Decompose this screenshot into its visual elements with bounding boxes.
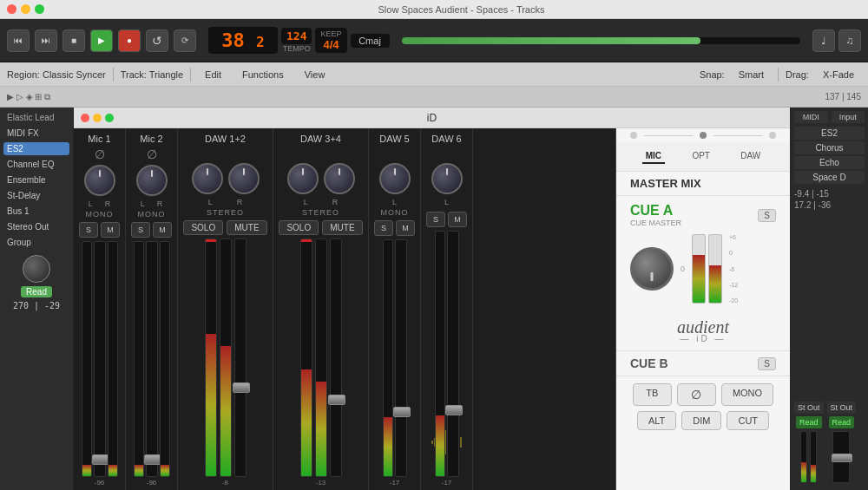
mic1-gain-knob[interactable] <box>84 165 115 196</box>
right-fader-area: St Out Read St Out Read <box>794 212 865 487</box>
read-button[interactable]: Read <box>21 286 52 297</box>
cut-button[interactable]: CUT <box>727 411 769 430</box>
loop-button[interactable]: ↺ <box>146 29 168 52</box>
es2-right-item[interactable]: ES2 <box>794 127 865 140</box>
daw12-mute-btn[interactable]: MUTE <box>227 220 266 235</box>
mic2-fader-handle[interactable] <box>144 454 161 465</box>
cycle-button[interactable]: ⟳ <box>174 29 196 52</box>
st-out-btn[interactable]: St Out <box>794 402 824 414</box>
tab-daw[interactable]: DAW <box>737 149 764 164</box>
tb-button[interactable]: TB <box>633 383 672 406</box>
fast-forward-button[interactable]: ⏭ <box>35 29 57 52</box>
daw6-mute-btn[interactable]: M <box>448 212 467 227</box>
daw5-solo-btn[interactable]: S <box>374 220 393 236</box>
daw5-gain-knob[interactable] <box>379 163 411 194</box>
stereo-out-item[interactable]: Stereo Out <box>3 220 69 233</box>
input-btn[interactable]: Input <box>832 111 865 123</box>
stop-button[interactable]: ■ <box>62 29 85 52</box>
daw5-fader-track[interactable] <box>395 239 407 477</box>
st-out2-btn[interactable]: St Out <box>827 402 857 414</box>
sidebar-knob[interactable] <box>23 255 50 283</box>
progress-bar[interactable] <box>402 37 801 44</box>
ensemble-item[interactable]: Ensemble <box>3 173 69 186</box>
right-fader-handle[interactable] <box>832 454 852 462</box>
mic1-solo-btn[interactable]: S <box>79 222 98 238</box>
daw6-fader-track[interactable] <box>447 231 459 477</box>
maximize-button[interactable] <box>35 4 44 14</box>
daw34-knob-l[interactable] <box>287 163 319 194</box>
phase-button[interactable]: ∅ <box>677 383 716 406</box>
functions-menu[interactable]: Functions <box>235 68 291 82</box>
rewind-button[interactable]: ⏮ <box>7 29 30 52</box>
daw34-knob-r[interactable] <box>324 163 355 194</box>
echo-item[interactable]: Echo <box>794 156 865 169</box>
play-button[interactable]: ▶ <box>90 29 113 52</box>
mic1-fader-handle[interactable] <box>92 454 109 465</box>
audient-id-label: — iD — <box>681 334 727 343</box>
right-db-display: -9.4 | -15 <box>794 189 865 199</box>
record-button[interactable]: ● <box>118 29 141 52</box>
daw12-solo-btn[interactable]: SOLO <box>183 220 223 235</box>
daw12-type: STEREO <box>207 208 244 217</box>
cue-a-fill-l <box>693 255 705 303</box>
plugin-minimize[interactable] <box>93 114 102 122</box>
tuner-button[interactable]: ♫ <box>838 29 861 52</box>
mic1-phase[interactable]: ∅ <box>95 147 105 161</box>
daw6-gain-knob[interactable] <box>431 163 463 194</box>
view-menu[interactable]: View <box>298 68 332 82</box>
daw12-knob-r[interactable] <box>228 163 260 194</box>
dim-button[interactable]: DIM <box>681 411 721 430</box>
metronome-button[interactable]: ♩ <box>812 29 835 52</box>
daw5-fader-handle[interactable] <box>393 407 411 417</box>
mic2-knob-row <box>136 165 168 196</box>
midi-fx-item[interactable]: MIDI FX <box>3 127 69 140</box>
cue-a-s-button[interactable]: S <box>758 209 776 222</box>
daw34-fader-handle[interactable] <box>328 395 345 405</box>
close-button[interactable] <box>7 4 16 14</box>
space-d-item[interactable]: Space D <box>794 171 865 184</box>
group-item[interactable]: Group <box>3 236 69 249</box>
cue-a-section: CUE A CUE MASTER S 0 <box>616 195 790 310</box>
right-fader[interactable] <box>832 431 850 483</box>
st-delay-item[interactable]: St-Delay <box>3 189 69 202</box>
mic1-fader-track[interactable] <box>94 241 106 477</box>
drag-value[interactable]: X-Fade <box>816 68 861 82</box>
channel-eq-item[interactable]: Channel EQ <box>3 158 69 171</box>
daw12-knob-l[interactable] <box>192 163 223 194</box>
mic2-gain-knob[interactable] <box>136 165 168 196</box>
mic2-phase[interactable]: ∅ <box>147 147 157 161</box>
read2-right-btn[interactable]: Read <box>829 416 855 428</box>
daw5-mute-btn[interactable]: M <box>396 220 415 236</box>
tab-dot-right <box>769 132 776 139</box>
read-right-btn[interactable]: Read <box>796 416 822 428</box>
tab-mic[interactable]: MIC <box>642 149 665 164</box>
chorus-item[interactable]: Chorus <box>794 141 865 154</box>
snap-label: Snap: <box>700 69 725 80</box>
plugin-maximize[interactable] <box>105 114 114 122</box>
mic1-mute-btn[interactable]: M <box>101 222 120 238</box>
daw12-fader-track[interactable] <box>234 238 247 477</box>
cue-b-s-button[interactable]: S <box>758 357 776 370</box>
snap-value[interactable]: Smart <box>732 68 771 82</box>
cue-a-knob[interactable] <box>630 247 674 291</box>
mic2-db: -96 <box>147 479 157 487</box>
minimize-button[interactable] <box>21 4 30 14</box>
es2-item[interactable]: ES2 <box>3 142 69 155</box>
daw12-fader-handle[interactable] <box>233 382 250 393</box>
mic2-mute-btn[interactable]: M <box>153 222 172 238</box>
daw6-solo-btn[interactable]: S <box>426 212 445 227</box>
tab-opt[interactable]: OPT <box>688 149 713 164</box>
mic2-fader-track[interactable] <box>146 241 158 477</box>
mono-button[interactable]: MONO <box>721 383 773 406</box>
plugin-close[interactable] <box>81 114 89 122</box>
alt-button[interactable]: ALT <box>637 411 676 430</box>
beat-counter: 38 2 <box>208 27 278 54</box>
daw34-mute-btn[interactable]: MUTE <box>322 220 362 235</box>
edit-menu[interactable]: Edit <box>198 68 228 82</box>
bus-item[interactable]: Bus 1 <box>3 205 69 218</box>
daw34-fader-track[interactable] <box>330 238 342 477</box>
daw34-solo-btn[interactable]: SOLO <box>279 220 319 235</box>
daw6-fader-handle[interactable] <box>445 405 463 415</box>
midi-btn[interactable]: MIDI <box>794 111 828 123</box>
mic2-solo-btn[interactable]: S <box>131 222 150 238</box>
